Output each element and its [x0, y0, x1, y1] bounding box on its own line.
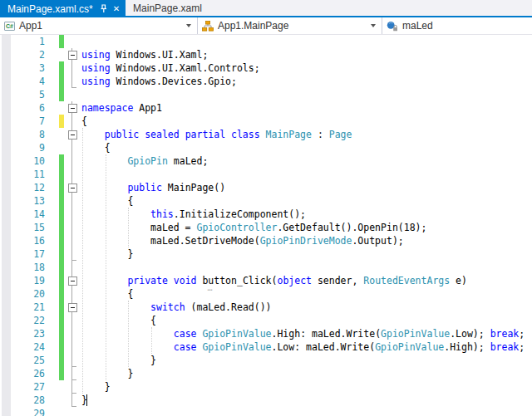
outlining-margin — [66, 407, 80, 416]
outlining-margin — [66, 141, 80, 154]
code-line[interactable]: 22 { — [0, 314, 532, 327]
navigation-bar: C# App1 App1.MainPage maLed — [0, 17, 532, 35]
code-line[interactable]: 17 } — [0, 247, 532, 261]
outlining-margin — [66, 247, 80, 261]
code-line[interactable]: 2using Windows.UI.Xaml; — [0, 48, 532, 61]
member-dropdown[interactable]: maLed — [382, 17, 532, 34]
code-text: { — [81, 314, 156, 327]
tab-mainpage-xaml-cs[interactable]: MainPage.xaml.cs* ✕ — [0, 0, 126, 17]
project-dropdown[interactable]: C# App1 — [0, 17, 198, 34]
fold-collapse-icon[interactable] — [68, 184, 77, 193]
fold-collapse-icon[interactable] — [68, 130, 77, 139]
fold-collapse-icon[interactable] — [68, 51, 77, 60]
line-number: 14 — [0, 208, 45, 221]
change-track-bar — [59, 168, 64, 181]
close-icon[interactable]: ✕ — [113, 5, 120, 13]
outlining-margin — [66, 128, 80, 141]
outlining-margin — [66, 88, 80, 101]
code-line[interactable]: 5 — [0, 88, 532, 101]
fold-collapse-icon[interactable] — [68, 303, 77, 312]
private-field-icon — [387, 21, 398, 32]
outlining-margin — [66, 115, 80, 128]
outlining-margin — [66, 234, 80, 247]
code-line[interactable]: 19 private void button_Click(object send… — [0, 274, 532, 287]
outlining-margin — [66, 181, 80, 194]
change-track-bar — [59, 208, 64, 221]
line-number: 25 — [0, 354, 45, 367]
outlining-margin — [66, 380, 80, 394]
change-track-bar — [59, 314, 64, 327]
chevron-down-icon — [186, 24, 191, 27]
change-track-bar — [59, 61, 64, 75]
code-line[interactable]: 28} — [0, 394, 532, 407]
change-track-bar — [59, 354, 64, 367]
code-line[interactable]: 6namespace App1 — [0, 101, 532, 115]
code-line[interactable]: 26 } — [0, 367, 532, 380]
code-line[interactable]: 1 — [0, 35, 532, 48]
code-line[interactable]: 18 — [0, 261, 532, 274]
change-track-bar — [59, 287, 64, 301]
code-text: { — [81, 141, 111, 154]
line-number: 10 — [0, 154, 45, 168]
type-dropdown[interactable]: App1.MainPage — [198, 17, 382, 34]
line-number: 17 — [0, 247, 45, 261]
code-text: private void button_Click(object sender,… — [81, 274, 467, 287]
code-line[interactable]: 4using Windows.Devices.Gpio; — [0, 75, 532, 88]
outlining-margin — [66, 75, 80, 88]
code-editor: 12using Windows.UI.Xaml;3using Windows.U… — [0, 35, 532, 416]
change-track-bar — [59, 88, 64, 101]
change-track-bar — [59, 340, 64, 354]
outlining-margin — [66, 154, 80, 168]
change-track-bar — [59, 181, 64, 194]
code-line[interactable]: 20 { — [0, 287, 532, 301]
outlining-margin — [66, 354, 80, 367]
code-line[interactable]: 24 case GpioPinValue.Low: maLed.Write(Gp… — [0, 340, 532, 354]
change-track-bar — [59, 194, 64, 208]
code-line[interactable]: 8 public sealed partial class MainPage :… — [0, 128, 532, 141]
code-line[interactable]: 11 — [0, 168, 532, 181]
code-line[interactable]: 13 { — [0, 194, 532, 208]
outlining-margin — [66, 35, 80, 48]
code-text: { — [81, 115, 87, 128]
code-line[interactable]: 3using Windows.UI.Xaml.Controls; — [0, 61, 532, 75]
tab-mainpage-xaml[interactable]: MainPage.xaml — [126, 0, 209, 16]
outlining-margin — [66, 208, 80, 221]
code-text: case GpioPinValue.High: maLed.Write(Gpio… — [81, 327, 525, 340]
code-line[interactable]: 12 public MainPage() — [0, 181, 532, 194]
line-number: 9 — [0, 141, 45, 154]
code-line[interactable]: 23 case GpioPinValue.High: maLed.Write(G… — [0, 327, 532, 340]
code-line[interactable]: 9 { — [0, 141, 532, 154]
change-track-bar — [59, 48, 64, 61]
code-line[interactable]: 29 — [0, 407, 532, 416]
code-text: namespace App1 — [81, 101, 162, 115]
change-track-bar — [59, 407, 64, 416]
vs-editor-window: MainPage.xaml.cs* ✕ MainPage.xaml C# App… — [0, 0, 532, 416]
member-dropdown-label: maLed — [402, 20, 433, 32]
code-line[interactable]: 14 this.InitializeComponent(); — [0, 208, 532, 221]
outlining-margin — [66, 261, 80, 274]
line-number: 5 — [0, 88, 45, 101]
line-number: 18 — [0, 261, 45, 274]
code-line[interactable]: 15 maLed = GpioController.GetDefault().O… — [0, 221, 532, 234]
code-line[interactable]: 7{ — [0, 115, 532, 128]
code-line[interactable]: 10 GpioPin maLed; — [0, 154, 532, 168]
pin-icon[interactable] — [99, 4, 108, 13]
code-line[interactable]: 25 } — [0, 354, 532, 367]
code-line[interactable]: 16 maLed.SetDriveMode(GpioPinDriveMode.O… — [0, 234, 532, 247]
outlining-margin — [66, 367, 80, 380]
fold-collapse-icon[interactable] — [68, 104, 77, 113]
outlining-margin — [66, 194, 80, 208]
outlining-margin — [66, 394, 80, 407]
code-text: using Windows.UI.Xaml.Controls; — [81, 61, 260, 75]
line-number: 21 — [0, 301, 45, 314]
line-number: 11 — [0, 168, 45, 181]
outlining-margin — [66, 287, 80, 301]
fold-collapse-icon[interactable] — [68, 277, 77, 286]
code-line[interactable]: 21 switch (maLed.Read()) — [0, 301, 532, 314]
change-track-bar — [59, 128, 64, 141]
outlining-margin — [66, 168, 80, 181]
code-line[interactable]: 27 } — [0, 380, 532, 394]
code-rows: 12using Windows.UI.Xaml;3using Windows.U… — [0, 35, 532, 416]
outlining-margin — [66, 340, 80, 354]
change-track-bar — [59, 154, 64, 168]
